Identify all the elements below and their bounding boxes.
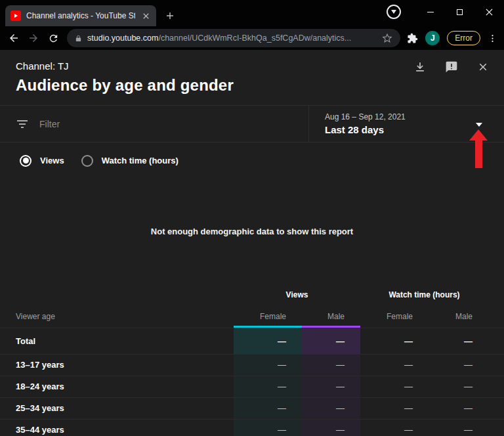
cell-value: — [302,397,360,419]
cell-value: — [429,328,504,354]
address-bar[interactable]: studio.youtube.com/channel/UCdkWmRcI-Bkh… [67,29,400,47]
cell-value: — [234,354,302,376]
feedback-icon[interactable] [445,60,458,74]
row-label: 25–34 years [0,397,234,419]
table-row-total: Total — — — — [0,328,504,354]
cell-value: — [360,328,429,354]
table-subheader-row: Viewer age Female Male Female Male [0,306,504,328]
annotation-arrow-shaft [475,141,482,168]
table-row: 25–34 years — — — — [0,397,504,419]
url-text: studio.youtube.com/channel/UCdkWmRcI-Bkh… [87,33,377,43]
filter-field[interactable] [0,106,308,142]
column-header-watch-male: Male [429,306,504,328]
browser-tab-strip: Channel analytics - YouTube Studio [0,0,504,26]
extensions-puzzle-icon[interactable] [407,33,418,44]
bookmark-star-icon[interactable] [382,33,392,43]
close-icon[interactable] [476,60,490,74]
radio-unselected-icon [81,155,93,167]
cell-value: — [234,376,302,397]
row-label: 35–44 years [0,419,234,436]
back-icon[interactable] [4,29,24,47]
cell-value: — [429,397,504,419]
row-label: 13–17 years [0,354,234,376]
profile-avatar[interactable]: J [425,31,440,45]
page-header: Channel: TJ Audience by age and gender [0,50,504,105]
row-label: 18–24 years [0,376,234,397]
url-path: /channel/UCdkWmRcI-BkhQa_s5fCgADw/analyt… [158,33,351,43]
lock-icon [75,34,82,43]
group-header-views: Views [234,284,360,306]
browser-tab[interactable]: Channel analytics - YouTube Studio [5,5,156,26]
column-header-watch-female: Female [360,306,429,328]
cell-value: — [360,354,429,376]
window-maximize-button[interactable] [445,0,474,24]
filter-bar: Aug 16 – Sep 12, 2021 Last 28 days [0,105,504,142]
cell-value: — [302,354,360,376]
cell-value: — [429,376,504,397]
cell-value: — [234,419,302,436]
toolbar-right-icons: J Error [404,31,500,45]
youtube-favicon-icon [10,11,21,21]
window-controls [387,0,504,24]
reload-icon[interactable] [43,29,63,47]
cell-value: — [234,397,302,419]
filter-funnel-icon [17,120,29,129]
radio-watch-time-label: Watch time (hours) [102,156,178,165]
cell-value: — [429,354,504,376]
radio-views[interactable]: Views [20,155,64,167]
browser-menu-kebab-icon[interactable] [488,33,497,43]
cell-value: — [302,419,360,436]
annotation-arrow-head [469,129,488,141]
cell-value: — [234,328,302,354]
window-minimize-button[interactable] [415,0,445,24]
tab-title: Channel analytics - YouTube Studio [26,11,135,20]
download-icon[interactable] [413,60,427,74]
empty-message: Not enough demographic data to show this… [151,227,353,236]
radio-views-label: Views [40,156,64,165]
cell-value: — [302,328,360,354]
new-tab-button[interactable] [161,7,178,24]
metric-selector: Views Watch time (hours) [0,142,504,179]
window-close-button[interactable] [474,0,504,24]
column-header-views-female: Female [234,306,302,328]
group-header-watch-time: Watch time (hours) [360,284,504,306]
empty-state: Not enough demographic data to show this… [0,179,504,284]
row-label: Total [0,328,234,354]
table-group-header-row: Views Watch time (hours) [0,284,504,306]
cell-value: — [360,397,429,419]
cell-value: — [302,376,360,397]
annotation-arrow [469,129,488,168]
filter-input[interactable] [39,119,308,129]
column-header-views-male: Male [302,306,360,328]
date-range-dates: Aug 16 – Sep 12, 2021 [325,112,488,121]
cell-value: — [360,376,429,397]
browser-toolbar: studio.youtube.com/channel/UCdkWmRcI-Bkh… [0,26,504,50]
url-domain: studio.youtube.com [87,33,158,43]
tab-close-icon[interactable] [140,11,151,21]
media-control-icon[interactable] [387,5,401,19]
forward-icon[interactable] [24,29,43,47]
views-male-accent-bar [302,326,360,328]
page-title: Audience by age and gender [16,76,488,95]
table-row: 35–44 years — — — — [0,419,504,436]
column-header-viewer-age: Viewer age [0,306,234,328]
radio-watch-time[interactable]: Watch time (hours) [81,155,178,167]
chevron-down-icon[interactable] [476,123,482,127]
radio-selected-icon [20,155,32,167]
table-row: 18–24 years — — — — [0,376,504,397]
cell-value: — [360,419,429,436]
spacer [0,284,234,306]
date-range-selected: Last 28 days [325,124,488,135]
views-female-accent-bar [234,326,302,328]
table-row: 13–17 years — — — — [0,354,504,376]
cell-value: — [429,419,504,436]
demographics-table: Views Watch time (hours) Viewer age Fema… [0,284,504,436]
error-badge[interactable]: Error [447,31,480,45]
page-header-actions [413,60,490,74]
